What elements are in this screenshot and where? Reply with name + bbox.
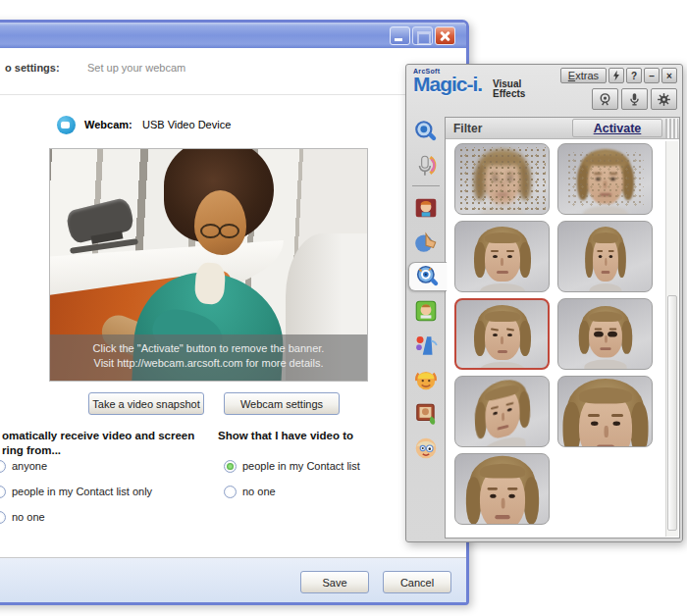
extras-button[interactable]: Extras xyxy=(560,68,607,83)
preview-person-glasses xyxy=(198,224,243,236)
effect-face xyxy=(578,149,633,214)
effects-sidebar xyxy=(408,115,444,468)
preview-person-face xyxy=(194,190,246,255)
effect-face xyxy=(585,227,624,291)
filter-thumbnail-twirl[interactable] xyxy=(454,376,550,447)
cancel-button[interactable]: Cancel xyxy=(383,571,451,593)
screen: o settings: Set up your webcam Webcam: U… xyxy=(0,0,687,616)
filter-thumbnail-frown[interactable] xyxy=(454,298,550,370)
funny-face-icon[interactable] xyxy=(411,434,441,463)
radio-label: anyone xyxy=(12,460,47,472)
receive-option-2[interactable]: no one xyxy=(0,511,152,537)
show-section-heading: Show that I have video to xyxy=(218,429,353,443)
show-options-group: people in my Contact listno one xyxy=(224,460,360,511)
avatar-frame-icon[interactable] xyxy=(411,193,441,223)
receive-option-0[interactable]: anyone xyxy=(0,460,152,486)
bolt-icon[interactable] xyxy=(608,68,624,83)
settings-subheading: Set up your webcam xyxy=(87,62,185,74)
webcam-settings-button[interactable]: Webcam settings xyxy=(224,392,340,415)
close-button[interactable] xyxy=(435,26,455,45)
scrollbar-thumb[interactable] xyxy=(667,295,677,531)
arcsoft-logo: ArcSoft Magic-i. xyxy=(413,68,482,93)
filter-thumbnail-big-eyes[interactable] xyxy=(557,298,653,370)
show-option-0[interactable]: people in my Contact list xyxy=(224,460,360,486)
microphone-toggle-button[interactable] xyxy=(621,88,648,110)
filter-panel-title: Filter xyxy=(453,122,482,135)
filter-thumbnail-normal[interactable] xyxy=(454,221,550,292)
broadcast-icon[interactable] xyxy=(411,331,441,360)
effect-face xyxy=(474,376,530,447)
filter-panel-header: Filter Activate xyxy=(446,118,679,139)
filter-zoom-icon[interactable] xyxy=(408,262,447,291)
dialog-titlebar[interactable] xyxy=(0,23,466,48)
filter-scrollbar[interactable] xyxy=(665,141,678,537)
settings-heading: o settings: xyxy=(5,62,60,74)
green-frame-icon[interactable] xyxy=(411,296,441,326)
filter-thumbnail-dissolve-light[interactable] xyxy=(557,143,653,215)
filter-thumbnail-pinch[interactable] xyxy=(557,221,653,292)
help-button[interactable]: ? xyxy=(626,68,642,83)
webcam-toggle-button[interactable] xyxy=(592,88,618,110)
webcam-label: Webcam: xyxy=(84,119,132,130)
receive-options-group: anyonepeople in my Contact list onlyno o… xyxy=(0,460,152,537)
show-option-1[interactable]: no one xyxy=(224,486,360,511)
receive-heading-line2: ring from... xyxy=(2,443,194,458)
banner-line2: Visit http://webcam.arcsoft.com for more… xyxy=(50,356,367,371)
save-button[interactable]: Save xyxy=(300,571,369,593)
receive-heading-line1: omatically receive video and screen xyxy=(2,429,194,443)
radio-icon[interactable] xyxy=(0,511,6,524)
filter-panel: Filter Activate xyxy=(445,117,680,539)
webcam-icon xyxy=(57,116,76,134)
minimize-button[interactable] xyxy=(390,26,410,45)
radio-label: people in my Contact list xyxy=(242,460,360,472)
radio-icon[interactable] xyxy=(224,460,237,473)
tagline-line2: Effects xyxy=(493,89,525,99)
maximize-button[interactable] xyxy=(412,26,433,45)
effect-face xyxy=(467,456,538,525)
hand-gesture-icon[interactable] xyxy=(411,228,441,257)
effect-face xyxy=(475,149,530,214)
webcam-device-name: USB Video Device xyxy=(142,119,231,130)
magic-i-product-label: Magic-i. xyxy=(413,75,482,93)
radio-icon[interactable] xyxy=(0,486,6,498)
radio-label: no one xyxy=(12,511,45,523)
webcam-zoom-icon[interactable] xyxy=(411,117,441,146)
filter-thumbnail-wide-jaw[interactable] xyxy=(557,376,653,447)
receive-option-1[interactable]: people in my Contact list only xyxy=(0,486,152,511)
filter-thumbnail-long-face[interactable] xyxy=(454,453,550,525)
banner-line1: Click the "Activate" button to remove th… xyxy=(50,341,367,356)
headset-avatar-icon[interactable] xyxy=(411,365,441,394)
activate-button[interactable]: Activate xyxy=(572,119,662,137)
microphone-icon[interactable] xyxy=(411,151,441,180)
radio-label: no one xyxy=(242,486,276,497)
effect-face xyxy=(579,306,631,367)
photo-frame-icon[interactable] xyxy=(411,399,441,429)
arc-minimize-button[interactable]: – xyxy=(644,68,660,83)
webcam-preview: Click the "Activate" button to remove th… xyxy=(49,148,368,382)
effect-face xyxy=(564,379,647,447)
take-snapshot-button[interactable]: Take a video snapshot xyxy=(88,392,204,415)
panel-grip[interactable] xyxy=(665,119,678,138)
gear-icon[interactable] xyxy=(651,88,677,110)
radio-icon[interactable] xyxy=(0,460,6,473)
effect-face xyxy=(475,305,530,370)
receive-section-heading: omatically receive video and screen ring… xyxy=(2,429,194,458)
arc-close-button[interactable]: × xyxy=(661,68,677,83)
activation-banner: Click the "Activate" button to remove th… xyxy=(50,334,367,381)
effect-face xyxy=(475,227,530,291)
filter-thumbnail-dissolve-heavy[interactable] xyxy=(454,143,550,215)
filter-thumbnail-grid xyxy=(454,143,656,525)
magic-i-window: ArcSoft Magic-i. Visual Effects Extras ?… xyxy=(405,64,683,542)
sidebar-divider xyxy=(412,185,440,186)
radio-icon[interactable] xyxy=(224,486,237,498)
header-divider xyxy=(0,94,466,95)
radio-label: people in my Contact list only xyxy=(12,486,152,497)
visual-effects-label: Visual Effects xyxy=(493,79,525,99)
dialog-content: o settings: Set up your webcam Webcam: U… xyxy=(0,48,466,602)
video-settings-window: o settings: Set up your webcam Webcam: U… xyxy=(0,20,469,605)
